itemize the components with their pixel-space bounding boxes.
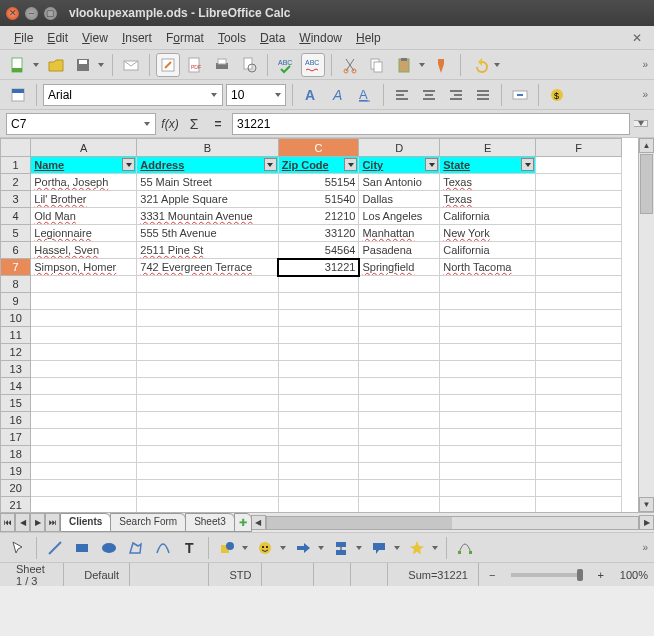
cell[interactable]	[359, 276, 440, 293]
cell-grid[interactable]: A B C D E F 1 Name Address Zip Code City…	[0, 138, 622, 512]
rectangle-tool-button[interactable]	[70, 536, 94, 560]
cell[interactable]: 21210	[278, 208, 359, 225]
header-city[interactable]: City	[359, 157, 440, 174]
cell[interactable]	[278, 276, 359, 293]
cell[interactable]: 742 Evergreen Terrace	[137, 259, 278, 276]
font-size-input[interactable]	[231, 88, 271, 102]
tab-next-button[interactable]: ▶	[30, 513, 45, 532]
cell[interactable]	[536, 378, 622, 395]
window-maximize-button[interactable]: ▢	[44, 7, 57, 20]
sheet-tab-search-form[interactable]: Search Form	[110, 513, 186, 532]
sum-button[interactable]: Σ	[184, 116, 204, 132]
cell[interactable]: 51540	[278, 191, 359, 208]
cell[interactable]: North Tacoma	[440, 259, 536, 276]
cell[interactable]	[137, 310, 278, 327]
sheet-tab-clients[interactable]: Clients	[60, 513, 111, 532]
row-header-2[interactable]: 2	[1, 174, 31, 191]
menu-file[interactable]: File	[8, 29, 39, 47]
cell[interactable]: 555 5th Avenue	[137, 225, 278, 242]
cell[interactable]: Old Man	[31, 208, 137, 225]
menu-help[interactable]: Help	[350, 29, 387, 47]
print-button[interactable]	[210, 53, 234, 77]
align-justify-button[interactable]	[471, 83, 495, 107]
cell[interactable]	[536, 361, 622, 378]
cell[interactable]: Texas	[440, 174, 536, 191]
cell[interactable]	[440, 293, 536, 310]
cell[interactable]	[137, 361, 278, 378]
toolbar-overflow-button[interactable]: »	[642, 89, 648, 100]
undo-button[interactable]	[467, 53, 491, 77]
cell[interactable]	[137, 276, 278, 293]
cell[interactable]: 55154	[278, 174, 359, 191]
cell[interactable]	[278, 361, 359, 378]
export-pdf-button[interactable]: PDF	[183, 53, 207, 77]
cell[interactable]	[440, 378, 536, 395]
row-header[interactable]: 8	[1, 276, 31, 293]
cell[interactable]	[31, 446, 137, 463]
copy-button[interactable]	[365, 53, 389, 77]
cell[interactable]	[440, 446, 536, 463]
cell[interactable]	[31, 293, 137, 310]
cell[interactable]	[31, 497, 137, 513]
cell[interactable]	[278, 293, 359, 310]
row-header[interactable]: 9	[1, 293, 31, 310]
select-tool-button[interactable]	[6, 536, 30, 560]
cell[interactable]: New York	[440, 225, 536, 242]
autofilter-icon[interactable]	[521, 158, 534, 171]
scroll-right-button[interactable]: ▶	[639, 515, 654, 530]
zoom-thumb[interactable]	[577, 569, 583, 581]
cell[interactable]	[359, 344, 440, 361]
column-header-C[interactable]: C	[278, 139, 359, 157]
function-wizard-button[interactable]: f(x)	[160, 117, 180, 131]
cell[interactable]	[31, 463, 137, 480]
cell[interactable]	[359, 446, 440, 463]
cell[interactable]	[278, 480, 359, 497]
row-header[interactable]: 17	[1, 429, 31, 446]
menu-insert[interactable]: Insert	[116, 29, 158, 47]
cell[interactable]	[536, 208, 622, 225]
font-name-combobox[interactable]	[43, 84, 223, 106]
symbol-shapes-button[interactable]	[253, 536, 277, 560]
active-cell[interactable]: 31221	[278, 259, 359, 276]
cell[interactable]	[31, 344, 137, 361]
row-header-4[interactable]: 4	[1, 208, 31, 225]
align-right-button[interactable]	[444, 83, 468, 107]
cell[interactable]	[31, 395, 137, 412]
header-name[interactable]: Name	[31, 157, 137, 174]
font-size-combobox[interactable]	[226, 84, 286, 106]
status-sum[interactable]: Sum=31221	[398, 563, 479, 586]
row-header-5[interactable]: 5	[1, 225, 31, 242]
scroll-thumb[interactable]	[640, 154, 653, 214]
column-header-A[interactable]: A	[31, 139, 137, 157]
cell[interactable]	[536, 310, 622, 327]
header-zip[interactable]: Zip Code	[278, 157, 359, 174]
points-tool-button[interactable]	[453, 536, 477, 560]
row-header[interactable]: 16	[1, 412, 31, 429]
chevron-down-icon[interactable]	[394, 546, 402, 550]
row-header[interactable]: 20	[1, 480, 31, 497]
autofilter-icon[interactable]	[425, 158, 438, 171]
cell[interactable]	[536, 412, 622, 429]
status-selection-mode[interactable]	[272, 563, 313, 586]
name-box[interactable]	[6, 113, 156, 135]
menu-format[interactable]: Format	[160, 29, 210, 47]
cell[interactable]	[440, 276, 536, 293]
scroll-left-button[interactable]: ◀	[251, 515, 266, 530]
cell[interactable]	[31, 327, 137, 344]
status-insert-mode[interactable]: STD	[219, 563, 262, 586]
cell[interactable]	[31, 378, 137, 395]
cell[interactable]	[359, 327, 440, 344]
line-tool-button[interactable]	[43, 536, 67, 560]
cell[interactable]: Lil' Brother	[31, 191, 137, 208]
cell[interactable]: Simpson, Homer	[31, 259, 137, 276]
cell[interactable]	[359, 378, 440, 395]
cell[interactable]	[278, 429, 359, 446]
cell[interactable]	[137, 463, 278, 480]
cell[interactable]	[536, 242, 622, 259]
cell[interactable]: 33120	[278, 225, 359, 242]
cell[interactable]: Dallas	[359, 191, 440, 208]
basic-shapes-button[interactable]	[215, 536, 239, 560]
column-header-D[interactable]: D	[359, 139, 440, 157]
cell[interactable]	[31, 412, 137, 429]
menu-tools[interactable]: Tools	[212, 29, 252, 47]
